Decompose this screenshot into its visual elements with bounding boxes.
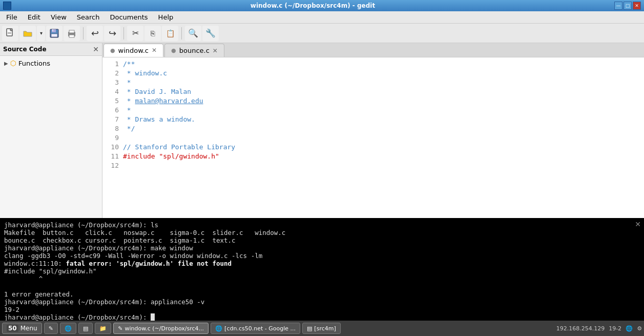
sidebar-title: Source Code [3, 46, 47, 53]
tab-bounce-c-icon: ● [171, 47, 176, 54]
src4m-icon: ▤ [307, 325, 312, 332]
save-icon [49, 28, 60, 39]
line-number: 7 [102, 115, 123, 124]
paste-button[interactable]: 📋 [162, 26, 178, 41]
tab-window-c-icon: ● [110, 47, 115, 54]
code-editor[interactable]: 1/**2 * window.c3 *4 * David J. Malan5 *… [102, 57, 644, 218]
tab-bar: ● window.c ✕ ● bounce.c ✕ [102, 43, 644, 57]
line-content: * [123, 106, 131, 115]
code-line: 7 * Draws a window. [102, 115, 644, 124]
tab-window-c-close[interactable]: ✕ [152, 47, 157, 54]
menubar: File Edit View Search Documents Help [0, 11, 644, 24]
copy-button[interactable]: ⎘ [144, 26, 161, 41]
svg-rect-7 [51, 34, 57, 37]
code-line: 9 [102, 133, 644, 143]
svg-rect-9 [69, 30, 74, 33]
open-dropdown-button[interactable]: ▾ [37, 26, 45, 41]
line-number: 11 [102, 152, 123, 161]
line-content: * malan@harvard.edu [123, 96, 203, 106]
taskbar-files-icon: 📁 [99, 325, 107, 332]
svg-rect-3 [8, 33, 11, 34]
svg-rect-6 [52, 29, 53, 31]
open-button[interactable] [19, 26, 36, 41]
functions-label: Functions [18, 60, 50, 67]
line-content: * [123, 78, 131, 87]
taskbar-window-chrome[interactable]: 🌐 [cdn.cs50.net - Google ... [211, 323, 300, 334]
find-button[interactable]: 🔍 [185, 26, 201, 41]
terminal-close-button[interactable]: ✕ [635, 220, 641, 228]
taskbar-edit-button[interactable]: ✎ [44, 323, 58, 334]
menu-documents[interactable]: Documents [106, 12, 152, 22]
terminal-area: ✕ jharvard@appliance (~/Dropbox/src4m): … [0, 218, 644, 336]
taskbar-settings-icon[interactable]: ⚙ [637, 325, 642, 332]
menu-file[interactable]: File [2, 12, 22, 22]
line-content: * window.c [123, 69, 167, 78]
gedit-label: window.c (~/Dropbox/src4... [125, 325, 204, 332]
line-content: * David J. Malan [123, 87, 191, 96]
taskbar-browser-button[interactable]: 🌐 [60, 323, 76, 334]
tools-button[interactable]: 🔧 [202, 26, 219, 41]
minimize-button[interactable]: — [614, 2, 622, 10]
src4m-label: [src4m] [314, 325, 336, 332]
tab-bounce-c[interactable]: ● bounce.c ✕ [164, 44, 224, 57]
line-number: 10 [102, 143, 123, 152]
svg-rect-2 [8, 32, 11, 33]
code-line: 1/** [102, 60, 644, 69]
sidebar-close-button[interactable]: ✕ [93, 45, 99, 53]
title-bar-text: window.c (~/Dropbox/src4m) - gedit [11, 2, 614, 9]
tree-bookmark-icon: ⬡ [10, 59, 16, 67]
tab-window-c-label: window.c [118, 47, 149, 54]
terminal-content[interactable]: jharvard@appliance (~/Dropbox/src4m): ls… [0, 218, 644, 336]
taskbar-files-button[interactable]: 📁 [95, 323, 111, 334]
save-button[interactable] [46, 26, 63, 41]
menu-search[interactable]: Search [73, 12, 104, 22]
gedit-icon: ✎ [118, 325, 122, 332]
version-label: 19-2 [609, 325, 621, 332]
cut-button[interactable]: ✂ [127, 26, 143, 41]
menu-help[interactable]: Help [154, 12, 178, 22]
code-line: 2 * window.c [102, 69, 644, 78]
print-icon [66, 28, 77, 39]
code-line: 6 * [102, 106, 644, 115]
taskbar-window-src4m[interactable]: ▤ [src4m] [302, 323, 341, 334]
line-content: */ [123, 124, 135, 133]
print-button[interactable] [64, 26, 80, 41]
ip-address: 192.168.254.129 [556, 325, 605, 332]
sidebar: Source Code ✕ ▶ ⬡ Functions [0, 43, 102, 218]
new-button[interactable] [2, 26, 18, 41]
title-bar: window.c (~/Dropbox/src4m) - gedit — □ ✕ [0, 0, 644, 11]
taskbar-terminal-button[interactable]: ▤ [78, 323, 93, 334]
line-number: 4 [102, 87, 123, 96]
line-number: 5 [102, 96, 123, 106]
menu-edit[interactable]: Edit [24, 12, 45, 22]
code-line: 12 [102, 161, 644, 170]
tab-window-c[interactable]: ● window.c ✕ [103, 44, 163, 57]
line-number: 2 [102, 69, 123, 78]
window-controls: — □ ✕ [614, 2, 641, 10]
taskbar-browser-icon: 🌐 [65, 325, 72, 332]
functions-tree-item[interactable]: ▶ ⬡ Functions [2, 58, 100, 68]
svg-rect-10 [69, 35, 74, 37]
taskbar: 50 Menu ✎ 🌐 ▤ 📁 ✎ window.c (~/Dropbox/sr… [0, 321, 644, 336]
code-line: 8 */ [102, 124, 644, 133]
close-window-button[interactable]: ✕ [633, 2, 641, 10]
line-number: 9 [102, 133, 123, 143]
code-line: 3 * [102, 78, 644, 87]
taskbar-start-button[interactable]: 50 Menu [2, 323, 42, 334]
chrome-label: [cdn.cs50.net - Google ... [224, 325, 296, 332]
sidebar-tree: ▶ ⬡ Functions [0, 56, 102, 70]
taskbar-window-gedit[interactable]: ✎ window.c (~/Dropbox/src4... [113, 323, 209, 334]
line-number: 1 [102, 60, 123, 69]
redo-button[interactable]: ↪ [104, 26, 120, 41]
editor-area: ● window.c ✕ ● bounce.c ✕ 1/**2 * window… [102, 43, 644, 218]
main-area: Source Code ✕ ▶ ⬡ Functions ● window.c ✕… [0, 43, 644, 218]
taskbar-right: 192.168.254.129 19-2 🌐 ⚙ [556, 325, 642, 332]
menu-view[interactable]: View [47, 12, 71, 22]
taskbar-edit-icon: ✎ [49, 325, 53, 332]
line-content: /** [123, 60, 135, 69]
tab-bounce-c-close[interactable]: ✕ [213, 47, 218, 54]
undo-button[interactable]: ↩ [87, 26, 103, 41]
code-line: 4 * David J. Malan [102, 87, 644, 96]
maximize-button[interactable]: □ [624, 2, 632, 10]
new-icon [5, 28, 16, 39]
